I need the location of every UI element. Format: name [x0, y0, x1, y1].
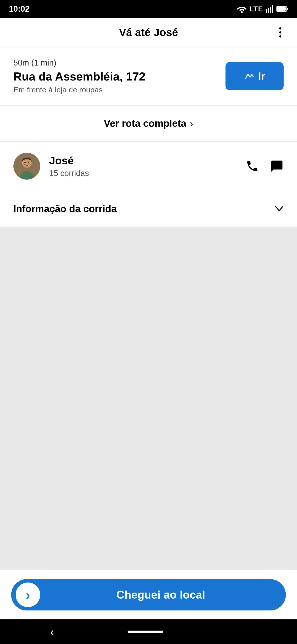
- arrived-chevron-icon: ›: [26, 587, 30, 603]
- status-icons: LTE: [237, 5, 288, 13]
- arrived-button[interactable]: › Cheguei ao local: [11, 579, 286, 610]
- navigation-card: 50m (1 min) Rua da Assembléia, 172 Em fr…: [0, 47, 297, 106]
- message-icon: [270, 160, 284, 173]
- header-title: Vá até José: [119, 26, 178, 38]
- battery-icon: [277, 6, 288, 12]
- passenger-card: José 15 corridas: [0, 142, 297, 191]
- svg-rect-3: [272, 5, 273, 13]
- dot-3: [279, 35, 281, 38]
- svg-rect-2: [270, 7, 271, 13]
- more-menu-button[interactable]: [277, 25, 284, 40]
- phone-icon: [246, 160, 259, 173]
- svg-rect-6: [277, 7, 286, 11]
- nav-info: 50m (1 min) Rua da Assembléia, 172 Em fr…: [13, 58, 145, 94]
- passenger-name: José: [49, 154, 246, 167]
- header: Vá até José: [0, 18, 297, 47]
- dot-1: [279, 27, 281, 30]
- nav-distance: 50m (1 min): [13, 58, 145, 68]
- svg-point-10: [28, 162, 29, 163]
- status-time: 10:02: [9, 4, 29, 14]
- wifi-icon: [237, 5, 247, 13]
- nav-hint: Em frente à loja de roupas: [13, 86, 145, 94]
- bottom-cta-container: › Cheguei ao local: [0, 570, 297, 620]
- route-chevron-icon: ›: [190, 118, 193, 129]
- passenger-avatar: [13, 153, 40, 180]
- status-bar: 10:02 LTE: [0, 0, 297, 18]
- svg-point-9: [24, 162, 26, 163]
- passenger-actions: [246, 160, 284, 173]
- ride-info-chevron-icon: [275, 204, 284, 214]
- go-button-label: Ir: [258, 70, 265, 82]
- ride-info-label: Informação da corrida: [13, 203, 117, 214]
- svg-rect-5: [287, 8, 288, 10]
- call-button[interactable]: [246, 160, 259, 173]
- lte-icon: LTE: [249, 5, 263, 13]
- svg-rect-1: [268, 8, 269, 13]
- back-button[interactable]: ‹: [50, 625, 54, 638]
- go-button[interactable]: Ir: [226, 62, 284, 90]
- dot-2: [279, 31, 281, 34]
- map-area: [0, 227, 297, 570]
- message-button[interactable]: [270, 160, 284, 173]
- view-full-route-button[interactable]: Ver rota completa ›: [0, 106, 297, 142]
- svg-rect-0: [266, 10, 267, 13]
- route-icon: [244, 70, 255, 82]
- passenger-info: José 15 corridas: [49, 154, 246, 178]
- ride-info-section[interactable]: Informação da corrida: [0, 191, 297, 227]
- arrived-button-label: Cheguei ao local: [40, 588, 281, 601]
- route-link-text: Ver rota completa: [104, 118, 186, 129]
- home-indicator[interactable]: [128, 630, 163, 633]
- nav-street: Rua da Assembléia, 172: [13, 70, 145, 83]
- nav-bar: ‹: [0, 620, 297, 644]
- signal-icon: [266, 5, 274, 13]
- passenger-rides: 15 corridas: [49, 168, 246, 178]
- arrived-button-circle: ›: [16, 582, 40, 607]
